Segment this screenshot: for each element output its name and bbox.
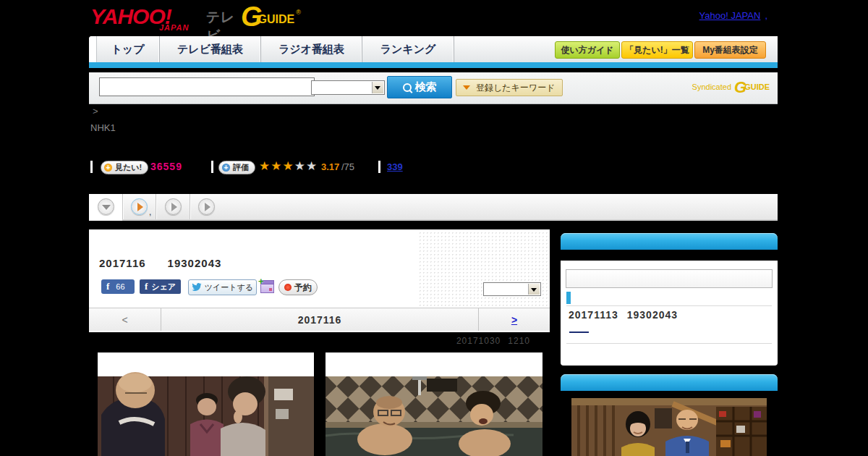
divider [211, 161, 213, 173]
nav-tab-radio-listings[interactable]: ラジオ番組表 [261, 36, 362, 62]
previous-day-button[interactable]: < [89, 308, 161, 331]
play-button[interactable] [165, 198, 182, 215]
program-photo-left [98, 352, 314, 456]
main-nav: トップ テレビ番組表 ラジオ番組表 ランキング 使い方ガイド 「見たい!」一覧 … [89, 36, 778, 62]
divider [122, 194, 123, 219]
updated-time: 1210 [508, 336, 530, 346]
divider [566, 343, 772, 344]
nav-tab-top[interactable]: トップ [96, 36, 160, 62]
photo-scene-room [98, 352, 314, 456]
plus-icon [104, 164, 112, 172]
tweet-button[interactable]: ツイートする [188, 279, 257, 295]
sidebar-link-underline[interactable] [569, 330, 589, 333]
photo-scene-bath [326, 352, 542, 456]
tweet-label: ツイートする [205, 282, 253, 293]
my-listings-settings-button[interactable]: My番組表設定 [694, 41, 766, 59]
chevron-down-icon [463, 85, 470, 90]
mitai-label: 見たい! [115, 162, 142, 173]
rating-denominator: /75 [341, 161, 354, 172]
syndicated-gguide-logo: SyndicatedGGUIDE [692, 78, 772, 97]
review-count-link[interactable]: 339 [387, 161, 403, 172]
yahoo-japan-link[interactable]: Yahoo! JAPAN [699, 10, 761, 21]
chevron-down-icon [531, 288, 537, 292]
collapse-button[interactable] [98, 198, 114, 215]
star-empty-icon: ★★ [294, 159, 318, 173]
search-button[interactable]: 検索 [387, 76, 452, 98]
mitai-list-button[interactable]: 「見たい!」一覧 [621, 41, 693, 59]
dropdown-arrow-button[interactable] [528, 284, 540, 295]
search-button-label: 検索 [415, 80, 437, 94]
reminder-select[interactable] [483, 282, 541, 296]
search-icon [403, 83, 412, 92]
play-button-active[interactable] [131, 198, 148, 215]
sidebar-episode-box: 2017111319302043 [561, 261, 778, 366]
nav-tab-tv-listings[interactable]: テレビ番組表 [160, 36, 261, 62]
content-tabs: , [89, 194, 778, 221]
chevron-down-icon [102, 205, 111, 210]
divider [378, 161, 380, 173]
sidebar-section-header [561, 233, 778, 250]
rating-score: 3.17 [321, 161, 339, 172]
yahoo-japan-tv-logo[interactable]: YAHOO! JAPAN テレビ [90, 3, 235, 33]
gguide-logo: GGUIDE® [241, 1, 335, 33]
nav-tab-ranking[interactable]: ランキング [362, 36, 454, 62]
search-category-select[interactable] [311, 80, 385, 95]
yahoo-tv-page: YAHOO! JAPAN テレビ GGUIDE® Yahoo! JAPAN, ト… [89, 0, 778, 456]
sidebar-banner-placeholder [566, 269, 773, 288]
divider [566, 305, 772, 306]
episode-time: 19302043 [627, 309, 678, 321]
photo-scene-studio [571, 398, 767, 456]
next-day-link[interactable]: > [478, 308, 550, 331]
divider [156, 194, 156, 219]
reserve-button[interactable]: 予約 [278, 279, 318, 295]
day-navigation: < 2017116 > [89, 308, 550, 331]
program-photo-right [326, 352, 542, 456]
gguide-word: GUIDE [258, 13, 295, 25]
play-icon [205, 203, 210, 211]
facebook-icon: f [106, 281, 109, 292]
registered-keywords-button[interactable]: 登録したキーワード [456, 79, 563, 96]
divider [190, 194, 190, 219]
record-dot-icon [284, 284, 292, 291]
syndicated-label: Syndicated [692, 83, 731, 91]
search-input[interactable] [99, 77, 315, 96]
star-full-icon: ★★★ [259, 159, 294, 173]
japan-logo-text: JAPAN [159, 23, 189, 32]
calendar-add-icon[interactable] [260, 280, 274, 293]
gguide-word: GUIDE [744, 83, 770, 91]
sidebar-episode-date: 2017111319302043 [569, 309, 678, 321]
search-bar: 検索 登録したキーワード SyndicatedGGUIDE [89, 72, 778, 104]
header-links: Yahoo! JAPAN, [699, 10, 767, 21]
facebook-like-button[interactable]: f 66 [101, 279, 135, 294]
current-day-label: 2017116 [161, 308, 478, 331]
plus-icon [222, 164, 230, 172]
plus-icon [258, 276, 264, 287]
usage-guide-button[interactable]: 使い方ガイド [555, 41, 620, 59]
updated-timestamp: 201710301210 [89, 336, 530, 346]
accent-bar [89, 62, 778, 68]
play-button[interactable] [198, 198, 215, 215]
reserve-label: 予約 [294, 282, 312, 294]
rate-button[interactable]: 評価 [218, 161, 255, 174]
program-title: 201711619302043 [99, 257, 221, 269]
chevron-down-icon [375, 86, 380, 90]
breadcrumb-channel: NHK1 [90, 122, 116, 133]
section-accent-bar [566, 292, 571, 304]
twitter-bird-icon [192, 283, 202, 292]
mitai-button[interactable]: 見たい! [101, 161, 148, 174]
tab-mark: , [149, 207, 151, 217]
facebook-like-count: 66 [116, 282, 124, 291]
updated-date: 20171030 [456, 336, 501, 346]
star-rating: ★★★★★ [259, 159, 318, 174]
mitai-count: 36559 [150, 161, 182, 172]
facebook-share-label: シェア [151, 282, 176, 292]
registered-mark: ® [296, 9, 301, 16]
dropdown-arrow-button[interactable] [372, 82, 383, 93]
rate-label: 評価 [233, 162, 249, 173]
program-date: 2017116 [99, 257, 146, 269]
facebook-icon: f [145, 281, 148, 292]
calendar-dot [269, 288, 272, 291]
facebook-share-button[interactable]: f シェア [140, 279, 181, 294]
divider [90, 161, 93, 173]
sidebar-program-photo[interactable] [571, 398, 767, 456]
